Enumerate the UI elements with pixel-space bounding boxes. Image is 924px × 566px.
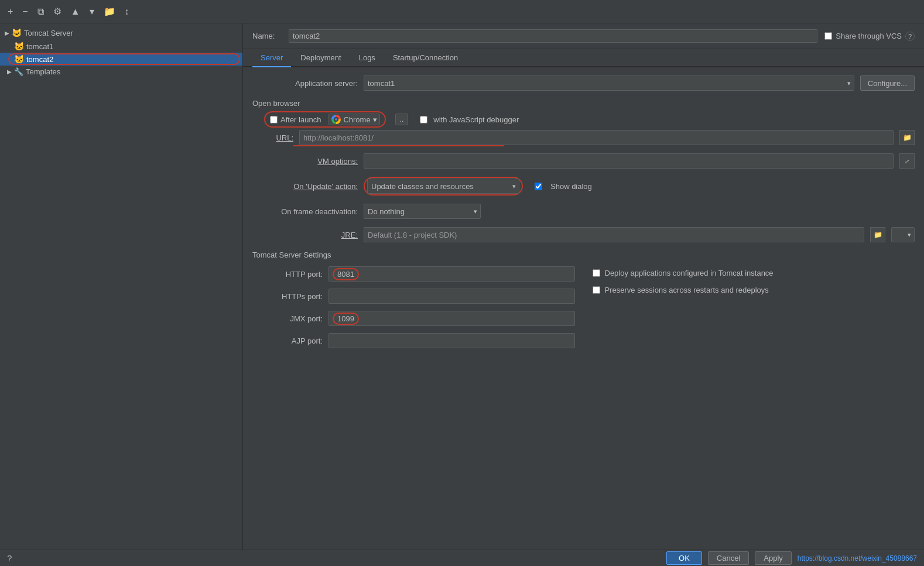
ajp-port-input[interactable]: [328, 333, 575, 348]
browser-select-wrapper[interactable]: Chrome ▾: [328, 114, 379, 125]
remove-button[interactable]: −: [19, 5, 30, 18]
cat-icon-tomcat1: 🐱: [14, 42, 24, 51]
folder-button[interactable]: 📁: [101, 5, 118, 18]
sidebar-item-label-tomcat1: tomcat1: [26, 42, 53, 51]
cancel-button[interactable]: Cancel: [708, 551, 749, 565]
url-label: URL:: [264, 133, 293, 142]
update-action-circle: Update classes and resources Hot swap cl…: [364, 177, 523, 195]
url-input[interactable]: http://localhost:8081/: [299, 130, 894, 145]
js-debugger-label: with JavaScript debugger: [433, 115, 519, 124]
status-right: OK Cancel Apply https://blog.csdn.net/we…: [666, 551, 917, 565]
move-down-button[interactable]: ▾: [87, 5, 97, 18]
status-left: ?: [7, 553, 12, 563]
jre-folder-button[interactable]: 📁: [870, 227, 885, 242]
open-browser-section-label: Open browser: [252, 99, 915, 108]
sidebar-tree: ▶ 🐱 Tomcat Server 🐱 tomcat1 🐱 tomcat2 ▶ …: [0, 23, 242, 550]
app-server-select[interactable]: tomcat1: [364, 76, 854, 91]
js-debugger-checkbox[interactable]: [420, 116, 427, 124]
vm-options-input[interactable]: [364, 153, 894, 169]
tab-startup[interactable]: Startup/Connection: [385, 49, 466, 67]
tab-deployment[interactable]: Deployment: [292, 49, 349, 67]
jre-dropdown-wrapper: [891, 227, 915, 242]
sidebar-item-templates[interactable]: ▶ 🔧 Templates: [0, 66, 242, 78]
name-input[interactable]: tomcat2: [289, 29, 817, 43]
on-frame-select[interactable]: Do nothing Update classes and resources …: [364, 204, 481, 219]
dotdot-button[interactable]: ..: [395, 114, 409, 125]
main-area: ▶ 🐱 Tomcat Server 🐱 tomcat1 🐱 tomcat2 ▶ …: [0, 23, 924, 550]
cat-icon-tomcat2: 🐱: [14, 54, 24, 64]
vcs-row: Share through VCS ?: [824, 32, 915, 41]
app-server-label: Application server:: [252, 79, 358, 88]
tomcat-options-section: Deploy applications configured in Tomcat…: [593, 266, 915, 355]
after-launch-circle: After launch Chrome ▾: [264, 111, 386, 128]
copy-button[interactable]: ⧉: [35, 5, 47, 18]
app-server-row: Application server: tomcat1 Configure...: [252, 76, 915, 91]
browser-label: Chrome: [343, 115, 370, 124]
on-update-row: On 'Update' action: Update classes and r…: [252, 177, 915, 195]
url-row: URL: http://localhost:8081/ 📁: [264, 130, 915, 145]
configure-button[interactable]: Configure...: [860, 76, 915, 91]
on-update-label: On 'Update' action:: [252, 182, 358, 191]
expand-icon-templates: ▶: [7, 68, 12, 75]
vcs-checkbox[interactable]: [824, 32, 832, 40]
ok-button[interactable]: OK: [666, 551, 702, 565]
jre-input[interactable]: Default (1.8 - project SDK): [364, 227, 864, 242]
sort-button[interactable]: ↕: [122, 5, 132, 18]
after-launch-label: After launch: [280, 115, 321, 124]
vcs-help-icon[interactable]: ?: [905, 32, 915, 41]
status-bar: ? OK Cancel Apply https://blog.csdn.net/…: [0, 550, 924, 566]
open-browser-label: Open browser: [252, 99, 300, 108]
on-frame-row: On frame deactivation: Do nothing Update…: [252, 204, 915, 219]
name-row: Name: tomcat2 Share through VCS ?: [243, 23, 924, 49]
https-port-input[interactable]: [328, 289, 575, 304]
jmx-port-label: JMX port:: [252, 314, 323, 323]
toolbar: + − ⧉ ⚙ ▲ ▾ 📁 ↕: [0, 0, 924, 23]
ajp-port-label: AJP port:: [252, 337, 323, 345]
preserve-sessions-checkbox[interactable]: [593, 286, 600, 294]
jmx-port-value: 1099: [337, 314, 354, 323]
http-port-input-wrapper: 8081: [328, 266, 575, 282]
sidebar: ▶ 🐱 Tomcat Server 🐱 tomcat1 🐱 tomcat2 ▶ …: [0, 23, 243, 550]
update-action-select[interactable]: Update classes and resources Hot swap cl…: [367, 179, 519, 194]
sidebar-group-tomcat-server: ▶ 🐱 Tomcat Server: [0, 26, 242, 40]
https-port-row: HTTPs port:: [252, 289, 575, 304]
add-button[interactable]: +: [5, 5, 16, 18]
sidebar-group-label: Tomcat Server: [24, 29, 73, 37]
http-port-value: 8081: [337, 270, 354, 279]
preserve-sessions-row: Preserve sessions across restarts and re…: [593, 286, 915, 294]
jmx-port-input-wrapper: 1099: [328, 311, 575, 326]
move-up-button[interactable]: ▲: [68, 5, 83, 18]
settings-button[interactable]: ⚙: [50, 5, 64, 18]
apply-button[interactable]: Apply: [755, 551, 792, 565]
port-inputs-section: HTTP port: 8081 HTTPs port:: [252, 266, 575, 355]
status-url[interactable]: https://blog.csdn.net/weixin_45088667: [798, 554, 917, 562]
show-dialog-checkbox[interactable]: [535, 183, 542, 190]
jre-row: JRE: Default (1.8 - project SDK) 📁: [252, 227, 915, 242]
sidebar-item-label-templates: Templates: [26, 67, 60, 76]
vcs-label: Share through VCS: [836, 32, 902, 40]
url-folder-button[interactable]: 📁: [899, 130, 915, 145]
url-underline: [293, 145, 504, 146]
vm-options-label: VM options:: [252, 157, 358, 166]
sidebar-item-tomcat2[interactable]: 🐱 tomcat2: [0, 53, 242, 66]
deploy-apps-checkbox[interactable]: [593, 269, 600, 277]
sidebar-item-tomcat1[interactable]: 🐱 tomcat1: [0, 40, 242, 53]
jre-select[interactable]: [891, 227, 915, 242]
wrench-icon: 🔧: [14, 67, 23, 76]
cat-icon: 🐱: [12, 28, 22, 37]
jmx-port-row: JMX port: 1099: [252, 311, 575, 326]
tab-logs[interactable]: Logs: [351, 49, 384, 67]
sidebar-item-label-tomcat2: tomcat2: [26, 55, 53, 64]
deploy-apps-row: Deploy applications configured in Tomcat…: [593, 269, 915, 277]
tab-server[interactable]: Server: [252, 49, 291, 67]
browser-dropdown-icon: ▾: [373, 115, 377, 124]
help-icon[interactable]: ?: [7, 553, 12, 563]
show-dialog-label: Show dialog: [550, 182, 592, 191]
http-port-circle: 8081: [333, 268, 359, 280]
after-launch-checkbox[interactable]: [270, 116, 278, 124]
app-server-select-wrapper: tomcat1: [364, 76, 854, 91]
chrome-icon: [331, 115, 341, 124]
vm-expand-button[interactable]: ⤢: [899, 153, 915, 169]
on-frame-select-wrapper: Do nothing Update classes and resources …: [364, 204, 481, 219]
on-frame-label: On frame deactivation:: [252, 207, 358, 216]
